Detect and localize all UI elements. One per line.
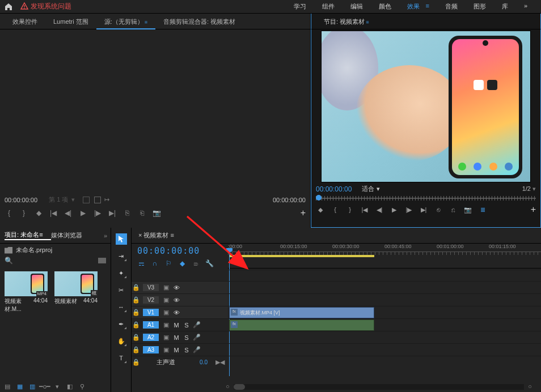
- track-header-master[interactable]: 🔒 主声道 0.0 ▶◀: [132, 356, 228, 368]
- menu-overflow[interactable]: »: [524, 2, 527, 11]
- audio-clip[interactable]: fx: [229, 319, 374, 331]
- project-item[interactable]: 概 视频素材44:04: [54, 271, 98, 313]
- automate-icon[interactable]: ◧: [66, 383, 74, 390]
- insert-overwrite-icon[interactable]: ⎄: [192, 259, 200, 267]
- lock-icon[interactable]: 🔒: [132, 359, 141, 366]
- panel-menu-icon[interactable]: ≡: [39, 231, 43, 238]
- lock-icon[interactable]: 🔒: [132, 334, 141, 341]
- menu-graphics[interactable]: 图形: [474, 2, 486, 11]
- track-header-a1[interactable]: 🔒 A1 ▣ M S 🎤: [132, 318, 228, 331]
- snap-icon[interactable]: ⚎: [137, 259, 145, 267]
- razor-tool-icon[interactable]: ✂: [116, 284, 127, 296]
- menu-effects[interactable]: 效果: [407, 2, 420, 11]
- tab-lumetri-scopes[interactable]: Lumetri 范围: [45, 14, 96, 29]
- go-out-icon[interactable]: ▶|: [108, 208, 117, 218]
- track-select-tool-icon[interactable]: ⇥: [116, 250, 127, 262]
- menu-learn[interactable]: 学习: [294, 2, 306, 11]
- mute-icon[interactable]: M: [171, 347, 181, 353]
- track-header-v1[interactable]: 🔒 V1 ▣ 👁: [132, 306, 228, 318]
- resolution-dropdown[interactable]: 1/2 ▾: [522, 185, 536, 193]
- source-swap-icon[interactable]: ↦: [104, 196, 109, 203]
- lock-icon[interactable]: 🔒: [132, 284, 141, 291]
- voiceover-icon[interactable]: 🎤: [192, 321, 202, 329]
- menu-audio[interactable]: 音频: [445, 2, 458, 11]
- voiceover-icon[interactable]: 🎤: [192, 334, 202, 341]
- timeline-tc[interactable]: 00:00:00:00: [137, 246, 222, 256]
- marker-icon[interactable]: ◆: [34, 208, 43, 218]
- tab-program[interactable]: 节目: 视频素材≡: [316, 14, 377, 29]
- solo-icon[interactable]: S: [181, 322, 192, 329]
- source-clip-dropdown[interactable]: 第 1 项▾: [45, 195, 78, 204]
- mute-icon[interactable]: M: [171, 322, 181, 329]
- go-in-icon[interactable]: |◀: [360, 205, 369, 214]
- timeline-scrollbar[interactable]: ○ ○: [234, 384, 524, 390]
- type-tool-icon[interactable]: T: [116, 352, 127, 364]
- button-editor-icon[interactable]: +: [531, 204, 536, 215]
- go-out-icon[interactable]: ▶|: [419, 205, 428, 214]
- track-header-a3[interactable]: 🔒 A3 ▣ M S 🎤: [132, 343, 228, 356]
- tab-sequence[interactable]: × 视频素材 ≡: [138, 231, 174, 240]
- comparison-icon[interactable]: ≣: [478, 205, 487, 214]
- tab-project[interactable]: 项目: 未命名≡: [5, 231, 51, 240]
- lock-icon[interactable]: 🔒: [132, 296, 141, 304]
- button-editor-icon[interactable]: +: [301, 208, 306, 218]
- lock-icon[interactable]: 🔒: [132, 309, 141, 316]
- source-frame-btn2[interactable]: [94, 197, 101, 203]
- lock-icon[interactable]: 🔒: [132, 321, 141, 329]
- step-back-icon[interactable]: ◀|: [375, 205, 384, 214]
- mark-out-icon[interactable]: }: [19, 208, 28, 218]
- step-back-icon[interactable]: ◀|: [64, 208, 73, 218]
- tab-media-browser[interactable]: 媒体浏览器: [51, 231, 90, 240]
- source-monitor[interactable]: [0, 29, 310, 194]
- sync-lock-icon[interactable]: ▣: [161, 334, 171, 341]
- tab-audio-clip-mixer[interactable]: 音频剪辑混合器: 视频素材: [155, 14, 243, 29]
- mark-out-icon[interactable]: }: [345, 205, 354, 214]
- home-icon[interactable]: [5, 3, 12, 11]
- step-fwd-icon[interactable]: |▶: [404, 205, 413, 214]
- zoom-in-icon[interactable]: ○: [528, 383, 532, 390]
- play-icon[interactable]: ▶: [390, 205, 399, 214]
- video-clip[interactable]: fx 视频素材.MP4 [V]: [229, 307, 374, 318]
- export-frame-icon[interactable]: 📷: [463, 205, 472, 214]
- search-icon[interactable]: 🔍: [5, 257, 13, 265]
- project-filename[interactable]: 未命名.prproj: [16, 246, 52, 254]
- work-area-bar[interactable]: [229, 255, 374, 257]
- panel-menu-icon[interactable]: ≡: [366, 19, 369, 25]
- fx-badge-icon[interactable]: fx: [231, 321, 238, 328]
- solo-icon[interactable]: S: [181, 334, 192, 341]
- mark-in-icon[interactable]: {: [331, 205, 340, 214]
- warning-text[interactable]: 发现系统问题: [31, 2, 71, 11]
- sync-lock-icon[interactable]: ▣: [161, 321, 171, 329]
- go-in-icon[interactable]: |◀: [49, 208, 58, 218]
- panel-menu-icon[interactable]: ≡: [171, 232, 174, 238]
- timeline-settings-icon[interactable]: ◆: [178, 259, 186, 267]
- program-tc[interactable]: 00:00:00:00: [316, 185, 352, 193]
- eye-icon[interactable]: 👁: [171, 297, 181, 304]
- selection-tool-icon[interactable]: [116, 233, 127, 245]
- program-monitor[interactable]: [321, 31, 531, 182]
- insert-icon[interactable]: ⎘: [122, 208, 132, 218]
- play-icon[interactable]: ▶: [78, 208, 87, 218]
- freeform-view-icon[interactable]: ▥: [28, 383, 36, 390]
- pen-tool-icon[interactable]: ✒: [116, 318, 127, 330]
- eye-icon[interactable]: 👁: [171, 284, 181, 291]
- overflow-icon[interactable]: »: [104, 232, 107, 239]
- ripple-edit-tool-icon[interactable]: ✦: [116, 267, 127, 279]
- menu-assembly[interactable]: 组件: [322, 2, 335, 11]
- export-frame-icon[interactable]: 📷: [152, 208, 161, 218]
- menu-libraries[interactable]: 库: [502, 2, 508, 11]
- extract-icon[interactable]: ⎌: [449, 205, 458, 214]
- hand-tool-icon[interactable]: ✋: [116, 335, 127, 347]
- marker-icon[interactable]: ◆: [316, 205, 325, 214]
- add-marker-icon[interactable]: ⚐: [164, 259, 172, 267]
- list-view-icon[interactable]: ▤: [3, 383, 11, 390]
- panel-menu-icon[interactable]: ≡: [145, 19, 147, 25]
- sync-lock-icon[interactable]: ▣: [161, 296, 171, 304]
- source-tc-in[interactable]: 00:00:00:00: [5, 197, 37, 203]
- project-item[interactable]: MP4 视频素材.M...44:04: [5, 271, 48, 313]
- mute-icon[interactable]: M: [171, 334, 181, 341]
- slip-tool-icon[interactable]: ↔: [116, 301, 127, 313]
- timeline-ruler[interactable]: :00:00 00:00:15:00 00:00:30:00 00:00:45:…: [228, 244, 541, 269]
- lock-icon[interactable]: 🔒: [132, 346, 141, 353]
- sort-icon[interactable]: ▾: [53, 383, 61, 390]
